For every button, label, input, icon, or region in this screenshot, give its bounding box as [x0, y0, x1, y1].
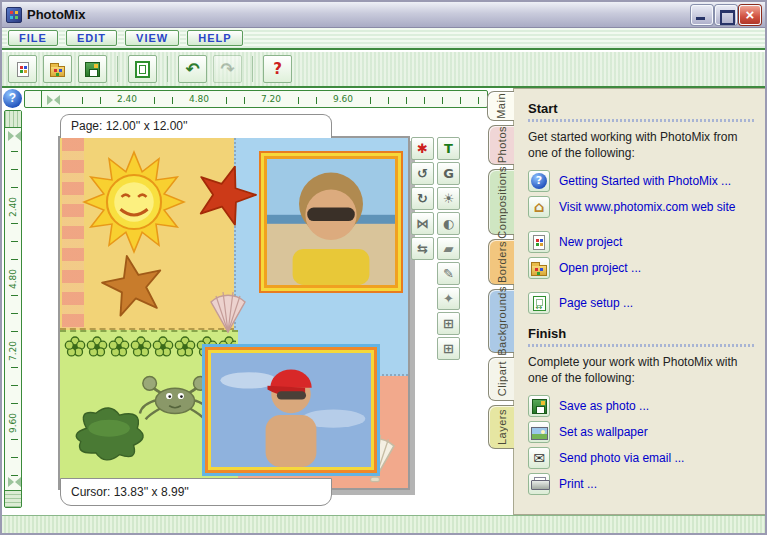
object-toolbar-left: ✱ ↺ ↻ ⋈ ⇆: [411, 137, 434, 260]
link-icon-button: [528, 170, 550, 192]
help-icon: [531, 173, 547, 189]
task-panel: Start Get started working with PhotoMix …: [513, 88, 765, 515]
panel-tab[interactable]: Layers: [488, 405, 514, 449]
borders-button[interactable]: [128, 55, 157, 83]
redo-icon: ↷: [220, 61, 234, 78]
link-icon-button: [528, 447, 550, 469]
link-icon-button: [528, 473, 550, 495]
add-frame-button[interactable]: ⊞: [437, 312, 460, 335]
undo-icon: ↶: [185, 61, 199, 78]
panel-tab[interactable]: Main: [487, 91, 514, 121]
panel-tab[interactable]: Borders: [488, 239, 514, 285]
grayscale-icon: G: [443, 167, 454, 180]
add-object-button[interactable]: ✱: [411, 137, 434, 160]
ruler-handle-icon[interactable]: [47, 95, 60, 105]
rotate-right-button[interactable]: ↻: [411, 187, 434, 210]
rotate-right-icon: ↻: [417, 192, 428, 205]
toolbar-separator: [252, 56, 253, 82]
panel-link[interactable]: Getting Started with PhotoMix ...: [528, 170, 755, 192]
save-icon: [85, 62, 100, 77]
maximize-button[interactable]: [715, 5, 737, 25]
add-text-button[interactable]: T: [437, 137, 460, 160]
ruler-handle-icon[interactable]: [8, 131, 21, 141]
open-project-button[interactable]: [43, 55, 72, 83]
panel-tab[interactable]: Clipart: [488, 357, 514, 401]
horizontal-ruler: 2.404.807.209.60: [24, 90, 488, 108]
link-icon-button: [528, 395, 550, 417]
rotate-left-button[interactable]: ↺: [411, 162, 434, 185]
panel-link[interactable]: Save as photo ...: [528, 395, 755, 417]
add-mask-button[interactable]: ⊞: [437, 337, 460, 360]
rotate-left-icon: ↺: [417, 167, 428, 180]
section-divider: [528, 344, 755, 347]
undo-button[interactable]: ↶: [178, 55, 207, 83]
page-setup-icon: [533, 296, 546, 311]
link-icon-button: [528, 196, 550, 218]
panel-tab[interactable]: Photos: [488, 125, 514, 165]
app-icon: [6, 7, 22, 23]
open-folder-icon: [50, 66, 65, 77]
new-project-button[interactable]: [8, 55, 37, 83]
link-icon-button: [528, 292, 550, 314]
start-links: Getting Started with PhotoMix ... Visit …: [528, 170, 755, 314]
open-folder-icon: [531, 265, 547, 276]
contrast-button[interactable]: ◐: [437, 212, 460, 235]
panel-tab[interactable]: Backgrounds: [488, 289, 514, 353]
new-document-icon: [17, 62, 29, 77]
photomix-window: PhotoMix FILE EDIT VIEW HELP ↶ ↷ ?: [0, 0, 767, 535]
wallpaper-icon: [531, 427, 548, 440]
menu-item[interactable]: VIEW: [125, 30, 179, 46]
help-bubble-icon: ?: [273, 62, 282, 77]
panel-link[interactable]: Page setup ...: [528, 292, 755, 314]
new-document-icon: [533, 235, 545, 250]
menu-item[interactable]: EDIT: [66, 30, 117, 46]
panel-link[interactable]: New project: [528, 231, 755, 253]
section-divider: [528, 119, 755, 122]
panel-link[interactable]: Set as wallpaper: [528, 421, 755, 443]
edit-button[interactable]: ✎: [437, 262, 460, 285]
pink-shell-clipart[interactable]: [202, 286, 254, 336]
redo-button[interactable]: ↷: [213, 55, 242, 83]
titlebar[interactable]: PhotoMix: [2, 2, 765, 28]
menu-item[interactable]: HELP: [187, 30, 242, 46]
print-icon: [531, 477, 548, 491]
flip-horizontal-button[interactable]: ⋈: [411, 212, 434, 235]
save-photo-icon: [532, 399, 547, 414]
brightness-button[interactable]: ☀: [437, 187, 460, 210]
help-button[interactable]: ?: [263, 55, 292, 83]
window-title: PhotoMix: [27, 7, 686, 22]
brightness-icon: ☀: [443, 192, 455, 205]
context-help-icon[interactable]: [3, 89, 22, 108]
menu-item[interactable]: FILE: [8, 30, 58, 46]
close-button[interactable]: [739, 5, 761, 25]
panel-link[interactable]: Send photo via email ...: [528, 447, 755, 469]
ruler-handle-icon[interactable]: [8, 477, 21, 487]
panel-link[interactable]: Open project ...: [528, 257, 755, 279]
panel-link[interactable]: Print ...: [528, 473, 755, 495]
scrapbook-canvas[interactable]: [58, 136, 410, 490]
orange-starfish-clipart[interactable]: [96, 248, 170, 322]
add-text-icon: T: [444, 142, 453, 155]
finish-section-intro: Complete your work with PhotoMix with on…: [528, 355, 755, 386]
boy-with-red-cap-photo[interactable]: [208, 350, 374, 470]
window-controls: [691, 5, 761, 25]
menu-bar: FILE EDIT VIEW HELP: [2, 28, 765, 50]
sun-clipart[interactable]: [82, 150, 186, 254]
link-icon-button: [528, 257, 550, 279]
minimize-button[interactable]: [691, 5, 713, 25]
panel-tab[interactable]: Compositions: [488, 169, 514, 235]
pink-ribbon-clipart[interactable]: [62, 138, 84, 328]
boy-with-sunglasses-photo[interactable]: [264, 156, 398, 288]
start-section-heading: Start: [528, 101, 755, 116]
panel-link[interactable]: Visit www.photomix.com web site: [528, 196, 755, 218]
save-project-button[interactable]: [78, 55, 107, 83]
grayscale-button[interactable]: G: [437, 162, 460, 185]
shadow-button[interactable]: ▰: [437, 237, 460, 260]
add-frame-icon: ⊞: [443, 317, 454, 330]
frame-icon: [135, 61, 150, 78]
frog-clipart[interactable]: [66, 400, 154, 466]
ruler-tick-label: 7.20: [8, 341, 19, 361]
distribute-button[interactable]: ⇆: [411, 237, 434, 260]
effects-button[interactable]: ✦: [437, 287, 460, 310]
start-section-intro: Get started working with PhotoMix from o…: [528, 130, 755, 161]
